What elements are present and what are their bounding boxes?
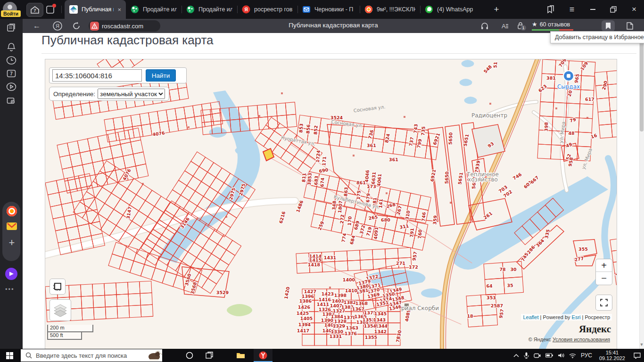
parcel-label: 1407 (330, 303, 342, 308)
cortana-button[interactable] (180, 349, 199, 362)
alice-assistant-icon[interactable] (5, 268, 17, 279)
place-label: Радиоцентр (471, 112, 507, 119)
browser-tab[interactable]: Продайте или (182, 0, 237, 19)
browser-tab[interactable]: Яросреестр гов (237, 0, 297, 19)
back-button[interactable]: ← (31, 20, 42, 32)
battery-icon[interactable] (545, 353, 553, 358)
microphone-icon[interactable] (524, 352, 529, 359)
sidebar-panels-icon[interactable] (6, 23, 17, 34)
browser-tab[interactable]: (4) WhatsApp (420, 0, 485, 19)
bookmarks-panel-icon[interactable] (542, 0, 558, 19)
taskbar-clock[interactable]: 15:41 09.12.2022 (599, 350, 625, 361)
tab-title: (4) WhatsApp (437, 6, 473, 13)
insecure-warning-icon[interactable] (90, 22, 99, 31)
browser-menu-icon[interactable]: ≡ (564, 0, 580, 19)
leaflet-link[interactable]: Leaflet (523, 314, 538, 320)
parcel-label: 735 (420, 126, 426, 136)
tab-close-icon[interactable]: × (117, 6, 121, 13)
svg-text:Я: Я (56, 23, 59, 29)
svg-text:7: 7 (10, 71, 13, 76)
parcel-label: 1423 (322, 291, 334, 296)
parcel-label: 1344 (375, 323, 388, 329)
site-reviews-widget[interactable]: ★ 60 отзывов (532, 21, 570, 28)
taskbar-search-box[interactable]: Введите здесь текст для поиска (21, 349, 162, 362)
headphones-icon[interactable] (479, 20, 490, 32)
yandex-logo[interactable]: Яндекс (579, 323, 611, 335)
browser-tab[interactable]: 9м², !!!ЭКСКЛЮ (360, 0, 420, 19)
collections-icon[interactable] (624, 20, 636, 32)
scale-bar-imperial: 500 ft (47, 332, 82, 340)
building-dot (586, 117, 588, 119)
video-play-icon[interactable] (6, 81, 17, 92)
window-minimize-button[interactable] (585, 0, 601, 19)
camera-icon[interactable] (534, 353, 541, 358)
parcel-label: 3853 (306, 173, 313, 185)
parcel-label: 760 (417, 229, 423, 239)
window-close-button[interactable]: × (626, 0, 642, 19)
notifications-bell-icon[interactable] (6, 41, 17, 53)
cadastral-map[interactable]: 3524853856852736824743735737799692156505… (45, 59, 617, 357)
sidebar-add-icon[interactable]: + (6, 237, 17, 248)
parcel-label: 1376 (345, 331, 357, 336)
file-explorer-button[interactable] (231, 349, 250, 362)
parcel-label: 171 (321, 156, 327, 166)
zoom-out-button[interactable]: − (596, 272, 612, 285)
parcel-label: 1418 (308, 262, 321, 267)
tray-expand-icon[interactable] (513, 354, 519, 357)
esri-link[interactable]: Esri (572, 314, 581, 320)
browser-tab[interactable]: Публичная к× (65, 0, 126, 19)
browser-tab[interactable]: Продайте или (126, 0, 182, 19)
cadastral-map-svg[interactable]: 3524853856852736824743735737799692156505… (45, 59, 617, 356)
parcel-label: 6631 (371, 172, 377, 184)
building-dot (489, 103, 491, 105)
address-bar[interactable]: roscadastr.com (89, 20, 160, 32)
parcel-label: 861 (356, 180, 366, 185)
history-clock-icon[interactable] (6, 55, 17, 66)
window-restore-button[interactable] (605, 0, 621, 19)
zoom-in-button[interactable]: + (596, 259, 612, 272)
definition-select[interactable]: земельный участок (98, 89, 165, 99)
language-indicator[interactable]: РУС (581, 352, 592, 359)
login-badge[interactable]: Войти (1, 10, 21, 17)
task-view-button[interactable] (200, 349, 219, 362)
layers-button[interactable] (50, 299, 71, 321)
action-center-button[interactable] (630, 349, 644, 362)
tabs-counter-icon[interactable]: 7 (6, 68, 17, 79)
screenshot-icon[interactable] (6, 95, 17, 107)
building-dot (386, 192, 388, 194)
yandex-search-icon[interactable]: Я (52, 20, 63, 32)
add-bookmark-button[interactable] (602, 20, 615, 32)
fullscreen-button[interactable] (595, 295, 612, 311)
building-dot (281, 92, 283, 94)
extension-badge: 1 (520, 25, 526, 31)
refresh-icon[interactable] (71, 20, 82, 32)
measure-tool-button[interactable] (50, 279, 66, 295)
zoom-control: + − (595, 259, 612, 285)
dzen-icon[interactable] (6, 206, 17, 217)
scrollbar-down-arrow[interactable]: ▼ (639, 341, 644, 348)
password-extension-icon[interactable]: 1 (515, 20, 526, 32)
scrollbar-thumb[interactable] (640, 35, 644, 132)
wifi-icon[interactable] (569, 353, 576, 358)
definition-panel: Определение: земельный участок (49, 87, 169, 101)
terms-link[interactable]: Условия использования (553, 337, 610, 342)
volume-icon[interactable] (558, 353, 564, 358)
parcel-label: 398 (544, 122, 549, 132)
tab-title: росреестр гов (254, 6, 292, 13)
cadastral-number-input[interactable] (52, 69, 142, 82)
parcel-label: 856 (305, 124, 311, 134)
browser-tab[interactable]: Черновики - П (297, 0, 360, 19)
tab-group-button[interactable]: 7 (26, 3, 43, 17)
new-tab-button[interactable]: + (488, 0, 504, 19)
tab-title: Публичная к (82, 6, 114, 13)
new-window-button[interactable] (45, 4, 57, 15)
find-button[interactable]: Найти (146, 69, 176, 82)
reader-mode-icon[interactable]: А (499, 20, 510, 32)
parcel-label: 361 (367, 143, 376, 148)
parcel-label: 4061 (376, 173, 382, 186)
parcel-label: 1331 (330, 334, 342, 339)
yandex-mail-icon[interactable] (6, 221, 17, 232)
start-button[interactable] (0, 349, 19, 362)
sidebar-more-icon[interactable]: ••• (5, 286, 17, 297)
yandex-browser-taskbar-button[interactable] (254, 349, 272, 362)
